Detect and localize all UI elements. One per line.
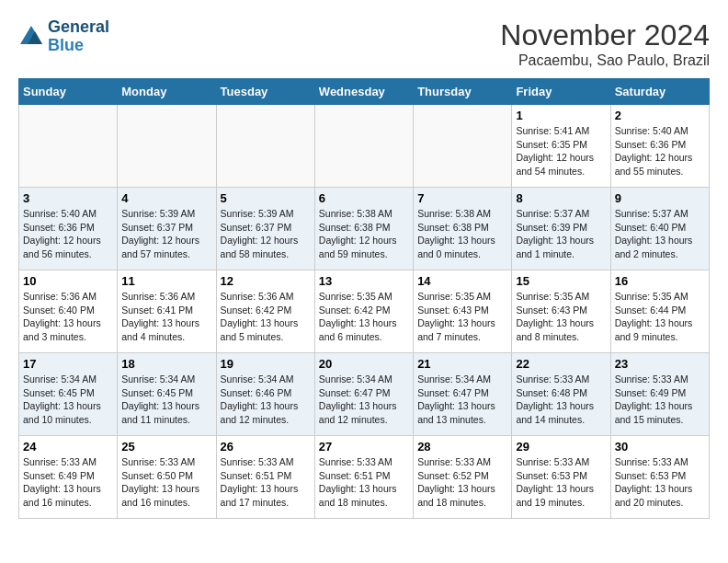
logo-icon <box>18 24 44 50</box>
day-info: Sunrise: 5:40 AM Sunset: 6:36 PM Dayligh… <box>615 124 705 178</box>
calendar-cell: 14Sunrise: 5:35 AM Sunset: 6:43 PM Dayli… <box>414 270 512 353</box>
calendar-cell <box>216 105 314 188</box>
day-number: 21 <box>417 357 507 371</box>
calendar-cell: 29Sunrise: 5:33 AM Sunset: 6:53 PM Dayli… <box>512 436 610 519</box>
calendar-cell: 26Sunrise: 5:33 AM Sunset: 6:51 PM Dayli… <box>216 436 314 519</box>
day-number: 12 <box>221 274 311 288</box>
day-number: 22 <box>516 357 606 371</box>
day-info: Sunrise: 5:33 AM Sunset: 6:49 PM Dayligh… <box>23 455 113 510</box>
calendar-cell: 8Sunrise: 5:37 AM Sunset: 6:39 PM Daylig… <box>512 188 610 270</box>
day-info: Sunrise: 5:33 AM Sunset: 6:49 PM Dayligh… <box>615 373 705 427</box>
day-number: 6 <box>319 191 409 205</box>
day-info: Sunrise: 5:33 AM Sunset: 6:53 PM Dayligh… <box>615 455 705 510</box>
calendar-cell <box>414 105 512 188</box>
calendar-cell: 18Sunrise: 5:34 AM Sunset: 6:45 PM Dayli… <box>118 353 216 436</box>
day-number: 20 <box>319 357 409 371</box>
weekday-header-friday: Friday <box>512 79 610 105</box>
calendar-cell: 24Sunrise: 5:33 AM Sunset: 6:49 PM Dayli… <box>19 436 118 519</box>
calendar-cell: 1Sunrise: 5:41 AM Sunset: 6:35 PM Daylig… <box>512 105 610 188</box>
weekday-header-row: SundayMondayTuesdayWednesdayThursdayFrid… <box>19 79 710 105</box>
day-info: Sunrise: 5:34 AM Sunset: 6:47 PM Dayligh… <box>417 373 507 427</box>
day-number: 13 <box>319 274 409 288</box>
logo-text: General Blue <box>48 18 109 55</box>
calendar-cell: 21Sunrise: 5:34 AM Sunset: 6:47 PM Dayli… <box>414 353 512 436</box>
calendar-cell: 16Sunrise: 5:35 AM Sunset: 6:44 PM Dayli… <box>610 270 709 353</box>
calendar-cell: 9Sunrise: 5:37 AM Sunset: 6:40 PM Daylig… <box>610 188 709 270</box>
day-info: Sunrise: 5:35 AM Sunset: 6:43 PM Dayligh… <box>516 290 606 344</box>
location-title: Pacaembu, Sao Paulo, Brazil <box>500 52 710 69</box>
day-number: 30 <box>615 440 705 454</box>
calendar-cell: 22Sunrise: 5:33 AM Sunset: 6:48 PM Dayli… <box>512 353 610 436</box>
day-info: Sunrise: 5:35 AM Sunset: 6:42 PM Dayligh… <box>319 290 409 344</box>
day-number: 7 <box>417 191 507 205</box>
day-info: Sunrise: 5:34 AM Sunset: 6:45 PM Dayligh… <box>23 373 113 427</box>
calendar-cell: 15Sunrise: 5:35 AM Sunset: 6:43 PM Dayli… <box>512 270 610 353</box>
calendar-cell: 10Sunrise: 5:36 AM Sunset: 6:40 PM Dayli… <box>19 270 118 353</box>
calendar-cell: 5Sunrise: 5:39 AM Sunset: 6:37 PM Daylig… <box>216 188 314 270</box>
weekday-header-monday: Monday <box>118 79 216 105</box>
calendar-cell: 2Sunrise: 5:40 AM Sunset: 6:36 PM Daylig… <box>610 105 709 188</box>
day-number: 29 <box>516 440 606 454</box>
day-number: 11 <box>121 274 211 288</box>
day-number: 27 <box>319 440 409 454</box>
day-number: 19 <box>221 357 311 371</box>
week-row-3: 10Sunrise: 5:36 AM Sunset: 6:40 PM Dayli… <box>19 270 710 353</box>
month-title: November 2024 <box>500 18 710 52</box>
calendar-cell: 27Sunrise: 5:33 AM Sunset: 6:51 PM Dayli… <box>314 436 413 519</box>
day-info: Sunrise: 5:38 AM Sunset: 6:38 PM Dayligh… <box>417 207 507 261</box>
day-number: 28 <box>417 440 507 454</box>
day-number: 16 <box>615 274 705 288</box>
weekday-header-tuesday: Tuesday <box>216 79 314 105</box>
week-row-2: 3Sunrise: 5:40 AM Sunset: 6:36 PM Daylig… <box>19 188 710 270</box>
day-info: Sunrise: 5:34 AM Sunset: 6:47 PM Dayligh… <box>319 373 409 427</box>
page-header: General Blue November 2024 Pacaembu, Sao… <box>18 18 710 69</box>
day-number: 26 <box>221 440 311 454</box>
calendar-cell <box>314 105 413 188</box>
day-number: 1 <box>516 109 606 122</box>
logo: General Blue <box>18 18 109 55</box>
day-number: 8 <box>516 191 606 205</box>
title-area: November 2024 Pacaembu, Sao Paulo, Brazi… <box>500 18 710 69</box>
week-row-4: 17Sunrise: 5:34 AM Sunset: 6:45 PM Dayli… <box>19 353 710 436</box>
weekday-header-wednesday: Wednesday <box>314 79 413 105</box>
calendar-cell: 25Sunrise: 5:33 AM Sunset: 6:50 PM Dayli… <box>118 436 216 519</box>
day-number: 14 <box>417 274 507 288</box>
week-row-1: 1Sunrise: 5:41 AM Sunset: 6:35 PM Daylig… <box>19 105 710 188</box>
calendar-cell: 3Sunrise: 5:40 AM Sunset: 6:36 PM Daylig… <box>19 188 118 270</box>
calendar-cell: 20Sunrise: 5:34 AM Sunset: 6:47 PM Dayli… <box>314 353 413 436</box>
day-number: 25 <box>121 440 211 454</box>
day-info: Sunrise: 5:37 AM Sunset: 6:39 PM Dayligh… <box>516 207 606 261</box>
week-row-5: 24Sunrise: 5:33 AM Sunset: 6:49 PM Dayli… <box>19 436 710 519</box>
calendar-cell: 11Sunrise: 5:36 AM Sunset: 6:41 PM Dayli… <box>118 270 216 353</box>
calendar-cell: 30Sunrise: 5:33 AM Sunset: 6:53 PM Dayli… <box>610 436 709 519</box>
day-info: Sunrise: 5:36 AM Sunset: 6:42 PM Dayligh… <box>221 290 311 344</box>
day-number: 2 <box>615 109 705 122</box>
calendar-table: SundayMondayTuesdayWednesdayThursdayFrid… <box>18 78 710 519</box>
weekday-header-saturday: Saturday <box>610 79 709 105</box>
day-number: 4 <box>121 191 211 205</box>
calendar-cell: 12Sunrise: 5:36 AM Sunset: 6:42 PM Dayli… <box>216 270 314 353</box>
weekday-header-sunday: Sunday <box>19 79 118 105</box>
calendar-cell: 23Sunrise: 5:33 AM Sunset: 6:49 PM Dayli… <box>610 353 709 436</box>
day-info: Sunrise: 5:39 AM Sunset: 6:37 PM Dayligh… <box>121 207 211 261</box>
day-info: Sunrise: 5:33 AM Sunset: 6:52 PM Dayligh… <box>417 455 507 510</box>
day-number: 24 <box>23 440 113 454</box>
day-info: Sunrise: 5:38 AM Sunset: 6:38 PM Dayligh… <box>319 207 409 261</box>
calendar-cell: 17Sunrise: 5:34 AM Sunset: 6:45 PM Dayli… <box>19 353 118 436</box>
day-number: 10 <box>23 274 113 288</box>
day-info: Sunrise: 5:34 AM Sunset: 6:46 PM Dayligh… <box>221 373 311 427</box>
day-number: 15 <box>516 274 606 288</box>
day-info: Sunrise: 5:39 AM Sunset: 6:37 PM Dayligh… <box>221 207 311 261</box>
day-number: 17 <box>23 357 113 371</box>
day-number: 5 <box>221 191 311 205</box>
day-info: Sunrise: 5:40 AM Sunset: 6:36 PM Dayligh… <box>23 207 113 261</box>
day-info: Sunrise: 5:33 AM Sunset: 6:50 PM Dayligh… <box>121 455 211 510</box>
day-info: Sunrise: 5:33 AM Sunset: 6:51 PM Dayligh… <box>319 455 409 510</box>
day-info: Sunrise: 5:33 AM Sunset: 6:48 PM Dayligh… <box>516 373 606 427</box>
day-info: Sunrise: 5:41 AM Sunset: 6:35 PM Dayligh… <box>516 124 606 178</box>
calendar-cell: 4Sunrise: 5:39 AM Sunset: 6:37 PM Daylig… <box>118 188 216 270</box>
calendar-cell <box>118 105 216 188</box>
day-info: Sunrise: 5:33 AM Sunset: 6:53 PM Dayligh… <box>516 455 606 510</box>
day-info: Sunrise: 5:35 AM Sunset: 6:44 PM Dayligh… <box>615 290 705 344</box>
calendar-cell: 13Sunrise: 5:35 AM Sunset: 6:42 PM Dayli… <box>314 270 413 353</box>
